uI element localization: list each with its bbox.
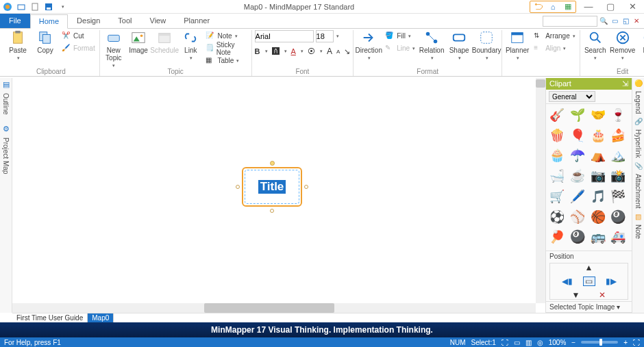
pos-right-icon[interactable]: ▮▶ bbox=[605, 277, 617, 286]
handle-top-icon[interactable] bbox=[270, 161, 275, 166]
boundary-button[interactable]: Boundary▾ bbox=[474, 30, 499, 61]
handle-left-icon[interactable] bbox=[236, 185, 240, 189]
tab-home[interactable]: Home bbox=[30, 14, 68, 29]
hyperlink-tab[interactable]: Hyperlink bbox=[634, 127, 642, 160]
search-go-icon[interactable]: 🔍 bbox=[599, 16, 608, 26]
font-size-select[interactable] bbox=[316, 30, 334, 42]
clipart-item-11[interactable]: 🏔️ bbox=[610, 147, 626, 164]
project-map-tab[interactable]: Project Map bbox=[2, 136, 10, 176]
legend-tab[interactable]: Legend bbox=[634, 89, 642, 116]
clipart-item-10[interactable]: ⛺ bbox=[590, 147, 606, 164]
clipart-item-20[interactable]: ⚽ bbox=[549, 209, 565, 225]
link-button[interactable]: Link▾ bbox=[179, 30, 201, 61]
central-topic[interactable]: Title bbox=[242, 167, 302, 207]
clipart-item-9[interactable]: ☂️ bbox=[569, 147, 586, 164]
planner-button[interactable]: Planner▾ bbox=[505, 30, 530, 61]
close-button[interactable]: ✕ bbox=[623, 1, 642, 13]
clipart-item-5[interactable]: 🎈 bbox=[569, 127, 586, 144]
clipart-item-2[interactable]: 🤝 bbox=[590, 107, 606, 123]
new-topic-button[interactable]: New Topic▾ bbox=[103, 30, 125, 68]
clipart-item-7[interactable]: 🍰 bbox=[610, 127, 626, 144]
ribbon-restore-icon[interactable]: ◱ bbox=[621, 16, 630, 26]
clipart-item-3[interactable]: 🍷 bbox=[610, 107, 626, 123]
ribbon-close-icon[interactable]: ✕ bbox=[632, 16, 641, 26]
pos-bottom-icon[interactable]: ▼ bbox=[570, 290, 582, 300]
canvas[interactable]: Title bbox=[12, 78, 536, 303]
font-name-select[interactable] bbox=[255, 30, 314, 42]
format-painter-button[interactable]: 🖌️Format bbox=[60, 42, 97, 54]
schedule-button[interactable]: Schedule bbox=[152, 30, 177, 54]
image-button[interactable]: Image bbox=[127, 30, 149, 54]
outline-tab[interactable]: Outline bbox=[2, 91, 10, 117]
bold-button[interactable]: B bbox=[255, 47, 260, 55]
handle-right-icon[interactable] bbox=[304, 185, 308, 189]
hyperlink-icon[interactable]: 🔗 bbox=[634, 118, 643, 125]
pos-delete-icon[interactable]: ✕ bbox=[596, 290, 608, 300]
cut-button[interactable]: ✂️Cut bbox=[60, 30, 97, 42]
table-button[interactable]: ▦Table▾ bbox=[204, 55, 248, 66]
clipart-item-8[interactable]: 🧁 bbox=[549, 147, 565, 164]
clipart-category-select[interactable]: General bbox=[549, 91, 595, 102]
clipart-item-25[interactable]: 🎱 bbox=[569, 229, 586, 245]
tab-planner[interactable]: Planner bbox=[175, 14, 219, 28]
line-button[interactable]: ✎Line▾ bbox=[384, 42, 417, 54]
outline-icon[interactable]: ▤ bbox=[3, 80, 10, 89]
tab-tool[interactable]: Tool bbox=[109, 14, 140, 28]
clipart-item-1[interactable]: 🌱 bbox=[569, 107, 586, 123]
font-color-button[interactable]: A bbox=[291, 47, 296, 55]
font-shrink-button[interactable]: A bbox=[336, 49, 340, 55]
doctab-guide[interactable]: First Time User Guide bbox=[12, 313, 88, 322]
bullet-button[interactable]: ⦿ bbox=[308, 47, 315, 55]
attachment-tab[interactable]: Attachment bbox=[634, 172, 642, 211]
topic-title-text[interactable]: Title bbox=[258, 180, 286, 194]
attachment-icon[interactable]: 📎 bbox=[634, 162, 643, 170]
arrange-button[interactable]: ⇅Arrange▾ bbox=[532, 30, 577, 42]
pos-center-icon[interactable]: ▭ bbox=[583, 277, 595, 286]
project-icon[interactable]: ⚙ bbox=[3, 125, 10, 133]
clipart-item-13[interactable]: ☕ bbox=[569, 168, 586, 184]
legend-icon[interactable]: 🟡 bbox=[634, 79, 643, 87]
clipart-item-23[interactable]: 🎱 bbox=[610, 209, 626, 225]
search-button[interactable]: Search▾ bbox=[583, 30, 608, 61]
paste-button[interactable]: Paste▾ bbox=[5, 30, 30, 61]
font-dialog-icon[interactable]: ↘ bbox=[344, 47, 350, 56]
qat-new-icon[interactable] bbox=[29, 1, 40, 12]
pos-top-icon[interactable]: ▲ bbox=[583, 263, 595, 272]
nav-back-icon[interactable]: ⮌ bbox=[530, 1, 545, 12]
direction-button[interactable]: Direction▾ bbox=[356, 30, 381, 61]
clipart-item-22[interactable]: 🏀 bbox=[590, 209, 606, 225]
doctab-map0[interactable]: Map0 bbox=[88, 313, 114, 322]
nav-home-icon[interactable]: ⌂ bbox=[545, 1, 560, 12]
ribbon-minimize-icon[interactable]: ▭ bbox=[610, 16, 619, 26]
zoom-out-button[interactable]: − bbox=[571, 339, 575, 346]
clipart-item-4[interactable]: 🍿 bbox=[549, 127, 565, 144]
handle-bottom-icon[interactable] bbox=[270, 209, 274, 213]
align-button[interactable]: ≡Align▾ bbox=[532, 42, 577, 54]
help-button[interactable]: ?Help bbox=[638, 30, 644, 54]
clipart-item-15[interactable]: 📸 bbox=[610, 168, 626, 184]
clipart-item-16[interactable]: 🛒 bbox=[549, 188, 565, 205]
zoom-sel-icon[interactable]: ◎ bbox=[537, 339, 543, 346]
tab-view[interactable]: View bbox=[141, 14, 175, 28]
clipart-item-6[interactable]: 🎂 bbox=[590, 127, 606, 144]
fill-button[interactable]: 🪣Fill▾ bbox=[384, 30, 417, 42]
clipart-item-27[interactable]: 🚑 bbox=[610, 229, 626, 245]
clipart-item-12[interactable]: 🛁 bbox=[549, 168, 565, 184]
tab-file[interactable]: File bbox=[0, 14, 30, 28]
zoom-page-icon[interactable]: ▭ bbox=[514, 339, 520, 346]
tab-design[interactable]: Design bbox=[68, 14, 109, 28]
qat-dropdown-icon[interactable]: ▾ bbox=[58, 1, 69, 12]
clipart-item-21[interactable]: ⚾ bbox=[569, 209, 586, 225]
clipart-item-0[interactable]: 🎸 bbox=[549, 107, 565, 123]
clipart-item-17[interactable]: 🖊️ bbox=[569, 188, 586, 205]
vertical-scrollbar[interactable] bbox=[536, 78, 545, 303]
note-tab[interactable]: Note bbox=[634, 222, 642, 241]
selected-topic-image-label[interactable]: Selected Topic Image ▾ bbox=[546, 301, 632, 312]
maximize-button[interactable]: ▢ bbox=[601, 1, 620, 13]
fullscreen-icon[interactable]: ⛶ bbox=[633, 339, 640, 346]
zoom-slider[interactable] bbox=[581, 341, 618, 344]
note-icon[interactable]: ▧ bbox=[635, 213, 641, 220]
panel-pin-icon[interactable]: ⇲ bbox=[622, 79, 628, 88]
clipart-item-18[interactable]: 🎵 bbox=[590, 188, 606, 205]
pos-left-icon[interactable]: ◀▮ bbox=[561, 277, 573, 286]
